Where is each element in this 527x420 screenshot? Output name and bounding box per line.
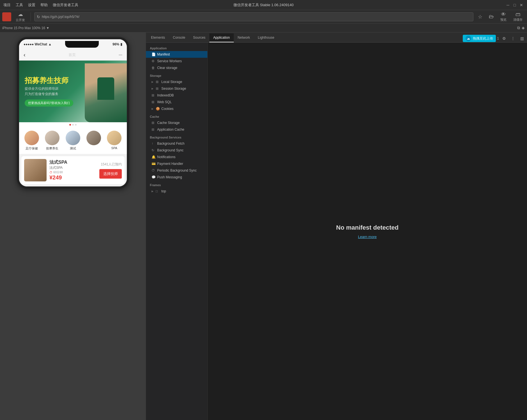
sidebar-item-local-storage-label: Local Storage xyxy=(161,80,182,84)
phone-banner-line1: 提供全方位的技师培训 xyxy=(25,86,73,91)
sidebar-item-application-cache-label: Application Cache xyxy=(157,128,184,131)
device-icons: ⧉ ◈ xyxy=(517,26,525,30)
folder-button[interactable]: 🗁 xyxy=(487,12,496,21)
web-sql-icon: ⊞ xyxy=(152,100,155,104)
sidebar-item-background-sync-label: Background Sync xyxy=(157,148,184,152)
background-sync-icon: ↻ xyxy=(152,148,155,152)
clear-button[interactable]: 🗃 清缓存 xyxy=(511,10,525,23)
section-storage: Storage xyxy=(146,71,207,79)
section-frames: Frames xyxy=(146,181,207,188)
phone-more-button[interactable]: ··· xyxy=(119,52,122,57)
tab-application[interactable]: Application xyxy=(209,33,234,42)
cookies-icon: 🍪 xyxy=(156,107,160,111)
upload-label: 拖拽至此上传 xyxy=(473,36,493,41)
phone-cat-4 xyxy=(86,131,101,151)
sidebar-item-notifications-label: Notifications xyxy=(157,155,175,159)
device-name: iPhone 15 Pro Max xyxy=(2,26,31,30)
sidebar-item-frames-top-label: top xyxy=(161,189,166,193)
cat-icon-1 xyxy=(24,131,39,145)
phone-card-count: 1541人已预约 xyxy=(101,162,122,167)
menu-help[interactable]: 帮助 xyxy=(40,3,48,8)
menu-tools[interactable]: 工具 xyxy=(16,3,23,8)
notifications-icon: 🔔 xyxy=(152,155,155,159)
bookmark-button[interactable]: ☆ xyxy=(476,12,485,21)
cat-icon-3 xyxy=(66,131,80,145)
sidebar-item-periodic-bg-sync[interactable]: ⏱ Periodic Background Sync xyxy=(146,167,207,174)
settings-icon[interactable]: ⚙ xyxy=(500,34,508,42)
phone-banner-subtitle: 提供全方位的技师培训 只为打造做专业的服务 xyxy=(25,86,73,97)
phone-back-button[interactable]: ‹ xyxy=(24,52,26,58)
sidebar-item-background-fetch-label: Background Fetch xyxy=(157,142,184,146)
device-selector[interactable]: iPhone 15 Pro Max 100% 16 ▼ xyxy=(2,26,49,30)
sidebar-item-manifest[interactable]: 📄 Manifest xyxy=(146,51,207,58)
tab-network[interactable]: Network xyxy=(234,33,254,42)
sidebar-item-indexeddb-label: IndexedDB xyxy=(157,93,174,97)
refresh-icon[interactable]: ↻ xyxy=(37,15,40,19)
learn-more-link[interactable]: Learn more xyxy=(358,235,377,239)
tab-elements[interactable]: Elements xyxy=(147,33,169,42)
close-button[interactable]: ✕ xyxy=(519,3,524,7)
menu-project[interactable]: 项目 xyxy=(3,3,11,8)
sidebar-item-notifications[interactable]: 🔔 Notifications xyxy=(146,154,207,160)
phone-cat-3: 测试 xyxy=(66,131,80,151)
sidebar-item-session-storage[interactable]: ▶ ⊞ Session Storage xyxy=(146,85,207,92)
cloud-dev-button[interactable]: ☁ 云开发 xyxy=(13,10,27,23)
preview-icon: 👁 xyxy=(501,11,506,17)
devtools-sidebar: Application 📄 Manifest ⚙ Service Workers… xyxy=(146,43,208,420)
cat-label-3: 测试 xyxy=(70,146,76,151)
phone-status-bar: ●●●●● WeChat ▲ 96% ▮ xyxy=(19,39,127,49)
cloud-label: 云开发 xyxy=(16,18,25,22)
device-settings-icon[interactable]: ◈ xyxy=(522,26,525,30)
sidebar-item-local-storage[interactable]: ▶ ⊞ Local Storage xyxy=(146,79,207,85)
upload-icon: ☁ xyxy=(466,36,471,41)
sidebar-item-service-workers[interactable]: ⚙ Service Workers xyxy=(146,58,207,64)
sidebar-item-push-messaging[interactable]: 💬 Push Messaging xyxy=(146,174,207,181)
preview-button[interactable]: 👁 预览 xyxy=(498,10,509,23)
sidebar-item-clear-storage-label: Clear storage xyxy=(157,66,177,70)
maximize-button[interactable]: □ xyxy=(512,3,517,7)
phone-card: 法式SPA 法式SPA ⏱ 60分钟 ¥249 1541人已预约 选择技师 xyxy=(21,156,125,184)
url-display: https://gzh.jzpf.top/h5/?#/ xyxy=(42,15,471,19)
tab-console[interactable]: Console xyxy=(169,33,189,42)
sidebar-item-web-sql[interactable]: ⊞ Web SQL xyxy=(146,99,207,105)
cat-icon-2 xyxy=(45,131,59,145)
more-icon[interactable]: ⋮ xyxy=(509,34,517,42)
device-dropdown-icon: ▼ xyxy=(46,26,49,30)
sidebar-item-frames-top[interactable]: ▶ □ top xyxy=(146,188,207,195)
indexeddb-icon: ⊞ xyxy=(152,93,155,97)
sidebar-item-application-cache[interactable]: ⊞ Application Cache xyxy=(146,126,207,133)
device-copy-icon[interactable]: ⧉ xyxy=(517,26,520,30)
phone-card-btn[interactable]: 选择技师 xyxy=(99,169,122,179)
tab-sources[interactable]: Sources xyxy=(189,33,209,42)
cat-label-5: SPA xyxy=(111,146,117,150)
sidebar-item-clear-storage[interactable]: 🗑 Clear storage xyxy=(146,64,207,71)
section-cache: Cache xyxy=(146,112,207,119)
sidebar-item-indexeddb[interactable]: ⊞ IndexedDB xyxy=(146,92,207,99)
session-storage-arrow: ▶ xyxy=(152,87,153,90)
cat-icon-5 xyxy=(107,131,122,145)
sidebar-item-background-sync[interactable]: ↻ Background Sync xyxy=(146,147,207,154)
phone-cat-1: 足疗保健 xyxy=(24,131,39,151)
tab-lighthouse[interactable]: Lighthouse xyxy=(254,33,278,42)
phone-card-subtitle: 法式SPA xyxy=(49,165,97,170)
phone-cat-5: SPA xyxy=(107,131,122,151)
device-bar: iPhone 15 Pro Max 100% 16 ▼ ⧉ ◈ xyxy=(0,24,527,33)
menu-devtools[interactable]: 微信开发者工具 xyxy=(53,3,78,8)
sidebar-item-cookies[interactable]: ▶ 🍪 Cookies xyxy=(146,105,207,112)
sidebar-item-payment-handler[interactable]: 💳 Payment Handler xyxy=(146,160,207,167)
phone-card-right: 1541人已预约 选择技师 xyxy=(99,162,122,179)
cat-label-1: 足疗保健 xyxy=(26,146,38,151)
minimize-button[interactable]: ─ xyxy=(506,3,510,7)
sidebar-item-periodic-bg-sync-label: Periodic Background Sync xyxy=(157,169,197,172)
main-layout: ●●●●● WeChat ▲ 96% ▮ ‹ 首页 ··· xyxy=(0,33,527,420)
phone-banner-btn[interactable]: 想要挑战高薪吗?那就加入我们 xyxy=(25,100,73,107)
menu-settings[interactable]: 设置 xyxy=(28,3,35,8)
phone-signal: ●●●●● WeChat xyxy=(24,42,47,46)
titlebar-menu: 项目 工具 设置 帮助 微信开发者工具 xyxy=(3,3,78,8)
upload-button[interactable]: ☁ 拖拽至此上传 xyxy=(463,35,496,42)
dock-icon[interactable]: ▥ xyxy=(518,34,526,42)
sidebar-item-cache-storage[interactable]: ⊞ Cache Storage xyxy=(146,119,207,126)
sidebar-item-payment-handler-label: Payment Handler xyxy=(157,162,183,166)
tab-bar: Elements Console Sources Application Net… xyxy=(146,33,527,43)
sidebar-item-background-fetch[interactable]: ↑ Background Fetch xyxy=(146,140,207,147)
